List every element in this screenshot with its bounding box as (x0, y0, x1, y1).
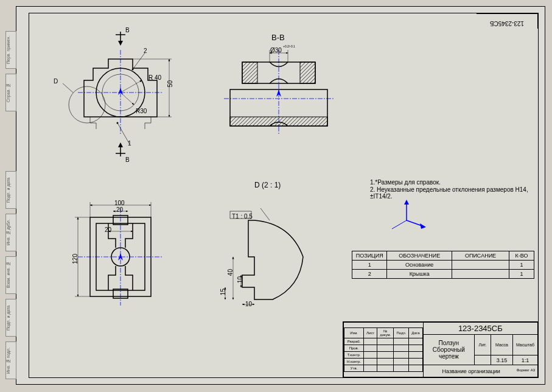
dim-100: 100 (114, 200, 125, 206)
side-tab: Подп. и дата (5, 299, 16, 337)
tb-org-text: Название организации (442, 368, 500, 374)
table-row: 2 Крышка 1 (352, 270, 534, 279)
tb-drawing-number: 123-2345СБ (423, 323, 537, 335)
side-tab: Перв. примен. (5, 31, 16, 69)
view-detail-d (225, 208, 303, 304)
svg-rect-22 (242, 62, 257, 83)
dim-20: 20 (116, 206, 123, 213)
side-tab: Взам. инв. № (5, 256, 16, 294)
note-2: 2. Неуказанные предельные отклонения раз… (370, 186, 538, 200)
bom-pos: 2 (352, 270, 387, 279)
bom-table: ПОЗИЦИЯ ОБОЗНАЧЕНИЕ ОПИСАНИЕ К-ВО 1 Осно… (352, 251, 534, 279)
bom-desig: Основание (387, 261, 452, 270)
dim-10b: 10 (245, 301, 252, 307)
tb-docn: № докум. (377, 328, 394, 338)
section-arrow-bottom (116, 142, 125, 156)
svg-point-7 (132, 69, 134, 71)
balloon-2: 2 (144, 47, 147, 54)
tb-list: Лист (364, 328, 377, 338)
drawing-frame: 123-2345СБ (29, 13, 539, 378)
view-section-bb (224, 50, 334, 135)
tb-part-name: Ползун (426, 340, 472, 346)
tb-mass-h: Масса (491, 335, 513, 355)
bom-desc (452, 261, 509, 270)
dim-d30: Ø30 (270, 47, 282, 54)
dim-r30: R30 (136, 108, 147, 114)
tb-lit (474, 355, 491, 365)
bom-h-desc: ОПИСАНИЕ (452, 251, 509, 261)
tb-tkontr: Т.контр. (344, 352, 364, 359)
tb-mass: 3.15 (491, 355, 513, 365)
detail-label-d: D (2 : 1) (254, 181, 281, 189)
dim-10a: 10 (237, 276, 243, 283)
note-1: 1.*Размеры для справок. (370, 179, 441, 186)
bom-h-desig: ОБОЗНАЧЕНИЕ (387, 251, 452, 261)
tb-lit-h: Лит. (474, 335, 491, 355)
tb-nkontr: Н.контр. (344, 359, 364, 365)
view-front (75, 202, 163, 306)
dim-120: 120 (72, 254, 79, 264)
tb-scale-h: Масштаб (512, 335, 537, 355)
side-tab: Подп. и дата (5, 171, 16, 209)
bom-qty: 1 (509, 270, 534, 279)
section-label-bb: B-B (271, 33, 285, 42)
svg-rect-25 (230, 117, 327, 126)
dim-40: 40 (227, 269, 234, 276)
title-block: Изм.Лист№ докум.Подп.Дата Разраб. Пров. … (343, 321, 538, 377)
coordinate-triad (392, 200, 426, 229)
dim-d30-tol: +0.2/-0.1 (283, 44, 295, 48)
tb-format: Формат А3 (517, 368, 535, 372)
tb-part-name-cell: Ползун Сборочный чертеж (423, 335, 474, 365)
bom-pos: 1 (352, 261, 387, 270)
tb-utv: Утв. (344, 365, 364, 372)
svg-line-6 (133, 53, 145, 69)
section-letter-b-bottom: B (125, 156, 130, 163)
dim-r40: R 40 (148, 74, 161, 81)
svg-line-51 (392, 220, 407, 229)
bom-h-pos: ПОЗИЦИЯ (352, 251, 387, 261)
side-tab: Инв. № подл. (5, 341, 16, 379)
svg-rect-23 (300, 62, 315, 83)
section-letter-b-top: B (125, 27, 130, 33)
bom-desc (452, 270, 509, 279)
side-tab: Справ. № (5, 74, 16, 111)
tb-scale: 1:1 (512, 355, 537, 365)
tb-izm: Изм. (344, 328, 364, 338)
section-arrow-top (116, 32, 125, 46)
tb-drawing-type: Сборочный чертеж (426, 346, 472, 360)
dim-50: 50 (167, 80, 173, 87)
bom-desig: Крышка (387, 270, 452, 279)
dim-15: 15 (220, 289, 226, 295)
svg-point-9 (117, 122, 119, 124)
tb-sign: Подп. (394, 328, 409, 338)
view-plan (63, 50, 172, 144)
tb-prov: Пров. (344, 345, 364, 352)
bom-qty: 1 (509, 261, 534, 270)
balloon-1: 1 (128, 140, 131, 147)
tb-date: Дата (409, 328, 422, 338)
bom-h-qty: К-ВО (509, 251, 534, 261)
detail-letter-d: D (54, 78, 58, 85)
table-row: 1 Основание 1 (352, 261, 534, 270)
dim-20b: 20 (105, 226, 111, 233)
tb-razrab: Разраб. (344, 338, 364, 345)
tol-t1: T1 : 0.5 (232, 213, 253, 220)
side-tab: Инв. № дубл. (5, 214, 16, 251)
tb-org: Название организации Формат А3 (423, 365, 537, 377)
svg-line-5 (63, 83, 73, 93)
